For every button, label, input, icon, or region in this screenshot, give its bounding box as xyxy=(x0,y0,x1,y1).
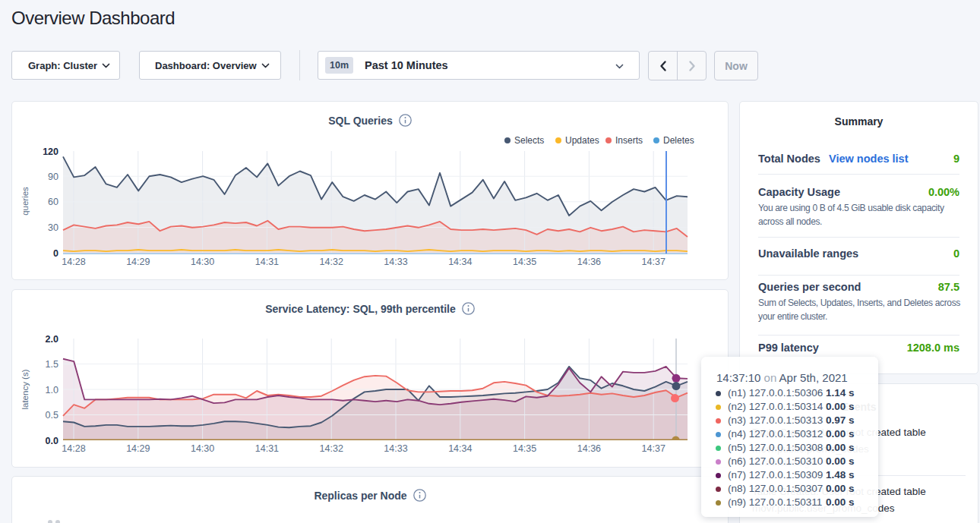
svg-text:14:35: 14:35 xyxy=(513,443,536,454)
svg-text:14:33: 14:33 xyxy=(384,443,407,454)
svg-text:0.5: 0.5 xyxy=(46,410,58,421)
svg-text:14:29: 14:29 xyxy=(126,257,150,267)
svg-text:120: 120 xyxy=(43,147,58,157)
svg-text:14:28: 14:28 xyxy=(62,443,85,454)
svg-text:14:29: 14:29 xyxy=(126,443,150,454)
svg-text:14:28: 14:28 xyxy=(62,257,85,267)
svg-text:14:35: 14:35 xyxy=(513,257,536,267)
svg-text:2.0: 2.0 xyxy=(46,334,58,345)
svg-text:14:32: 14:32 xyxy=(320,257,343,267)
svg-text:30: 30 xyxy=(48,222,58,233)
svg-text:0: 0 xyxy=(53,248,58,259)
svg-text:90: 90 xyxy=(48,172,58,182)
svg-text:14:30: 14:30 xyxy=(191,257,214,267)
svg-text:14:31: 14:31 xyxy=(255,257,279,267)
svg-text:14:32: 14:32 xyxy=(320,443,343,454)
svg-text:queries: queries xyxy=(21,187,30,216)
svg-text:1.0: 1.0 xyxy=(46,385,58,395)
svg-text:14:37: 14:37 xyxy=(642,257,665,267)
svg-text:0.0: 0.0 xyxy=(46,436,58,446)
svg-text:14:33: 14:33 xyxy=(384,257,407,267)
svg-text:14:34: 14:34 xyxy=(448,443,472,454)
svg-text:latency (s): latency (s) xyxy=(21,369,30,409)
svg-text:14:34: 14:34 xyxy=(448,257,472,267)
svg-text:14:37: 14:37 xyxy=(642,443,665,454)
svg-text:14:36: 14:36 xyxy=(577,443,601,454)
svg-text:60: 60 xyxy=(48,197,58,207)
svg-text:1.5: 1.5 xyxy=(46,359,58,370)
svg-text:14:30: 14:30 xyxy=(191,443,214,454)
svg-text:14:31: 14:31 xyxy=(255,443,279,454)
svg-text:14:36: 14:36 xyxy=(577,257,601,267)
